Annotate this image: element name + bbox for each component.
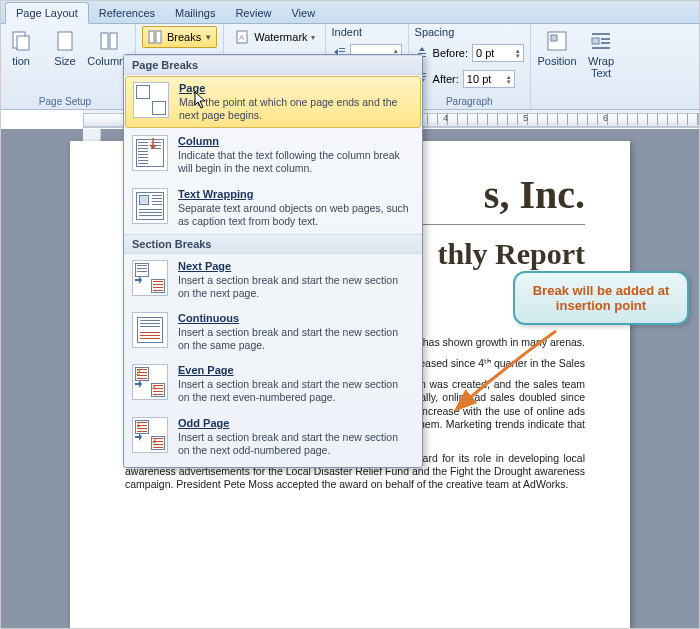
svg-rect-6 xyxy=(156,31,161,43)
watermark-label: Watermark xyxy=(254,31,307,43)
svg-rect-2 xyxy=(58,32,72,50)
spacing-before-input[interactable]: 0 pt▴▾ xyxy=(472,44,524,62)
group-spacing: Spacing Before: 0 pt▴▾ After: 10 pt▴▾ Pa… xyxy=(409,24,531,109)
svg-text:A: A xyxy=(239,33,245,42)
svg-rect-5 xyxy=(149,31,154,43)
menu-item-desc: Insert a section break and start the new… xyxy=(178,274,412,300)
svg-rect-10 xyxy=(339,51,345,52)
position-button[interactable]: Position xyxy=(537,26,577,70)
svg-rect-22 xyxy=(592,38,599,44)
spacing-after-label: After: xyxy=(433,73,459,85)
menu-item-desc: Insert a section break and start the new… xyxy=(178,378,412,404)
wrap-text-icon xyxy=(589,29,613,53)
menu-item-text-wrapping[interactable]: Text Wrapping Separate text around objec… xyxy=(124,182,422,234)
tab-references[interactable]: References xyxy=(89,3,165,23)
orientation-icon xyxy=(9,29,33,53)
paragraph-label: Paragraph xyxy=(415,96,524,109)
breaks-label: Breaks xyxy=(167,31,201,43)
menu-item-title: Page xyxy=(179,82,411,94)
column-break-icon xyxy=(132,135,168,171)
menu-item-desc: Insert a section break and start the new… xyxy=(178,326,412,352)
indent-heading: Indent xyxy=(332,26,363,38)
svg-rect-4 xyxy=(110,33,117,49)
text-wrap-break-icon xyxy=(132,188,168,224)
menu-item-next-page[interactable]: Next Page Insert a section break and sta… xyxy=(124,254,422,306)
annotation-callout: Break will be added at insertion point xyxy=(513,271,689,325)
tab-mailings[interactable]: Mailings xyxy=(165,3,225,23)
wrap-text-button[interactable]: Wrap Text xyxy=(581,26,621,82)
even-page-break-icon: 2 4 xyxy=(132,364,168,400)
watermark-icon: A xyxy=(234,29,250,45)
wrap-text-label: Wrap Text xyxy=(583,55,619,79)
tab-review[interactable]: Review xyxy=(225,3,281,23)
size-icon xyxy=(53,29,77,53)
ruler-num: 5 xyxy=(523,113,528,123)
page-break-icon xyxy=(133,82,169,118)
menu-item-column[interactable]: Column Indicate that the text following … xyxy=(124,129,422,181)
columns-icon xyxy=(97,29,121,53)
page-setup-label: Page Setup xyxy=(1,96,129,109)
watermark-button[interactable]: A Watermark ▾ xyxy=(230,26,318,48)
tab-view[interactable]: View xyxy=(281,3,325,23)
orientation-button[interactable]: tion xyxy=(1,26,41,70)
svg-rect-24 xyxy=(601,42,610,44)
menu-item-title: Text Wrapping xyxy=(178,188,412,200)
spacing-before-label: Before: xyxy=(433,47,468,59)
menu-item-continuous[interactable]: Continuous Insert a section break and st… xyxy=(124,306,422,358)
orientation-label: tion xyxy=(12,55,30,67)
ruler-num: 6 xyxy=(603,113,608,123)
page-breaks-header: Page Breaks xyxy=(124,55,422,75)
menu-item-title: Even Page xyxy=(178,364,412,376)
spacing-after-input[interactable]: 10 pt▴▾ xyxy=(463,70,515,88)
section-breaks-header: Section Breaks xyxy=(124,234,422,254)
breaks-icon xyxy=(147,29,163,45)
svg-rect-23 xyxy=(601,38,610,40)
menu-item-title: Odd Page xyxy=(178,417,412,429)
breaks-dropdown-menu: Page Breaks Page Mark the point at which… xyxy=(123,54,423,468)
size-label: Size xyxy=(54,55,75,67)
annotation-arrow xyxy=(446,326,566,421)
breaks-button[interactable]: Breaks ▼ xyxy=(142,26,217,48)
position-icon xyxy=(545,29,569,53)
menu-item-desc: Separate text around objects on web page… xyxy=(178,202,412,228)
group-page-setup: tion Size Columns Page Setup xyxy=(1,24,136,109)
tab-page-layout[interactable]: Page Layout xyxy=(5,2,89,24)
svg-rect-3 xyxy=(101,33,108,49)
chevron-down-icon: ▾ xyxy=(311,33,315,42)
svg-rect-25 xyxy=(592,47,610,49)
svg-rect-21 xyxy=(592,33,610,35)
menu-item-desc: Mark the point at which one page ends an… xyxy=(179,96,411,122)
menu-item-desc: Indicate that the text following the col… xyxy=(178,149,412,175)
menu-item-title: Next Page xyxy=(178,260,412,272)
next-page-break-icon xyxy=(132,260,168,296)
menu-item-odd-page[interactable]: 1 3 Odd Page Insert a section break and … xyxy=(124,411,422,463)
group-arrange: Position Wrap Text xyxy=(531,24,627,109)
svg-rect-9 xyxy=(339,48,345,49)
size-button[interactable]: Size xyxy=(45,26,85,70)
svg-rect-1 xyxy=(17,36,29,50)
menu-item-even-page[interactable]: 2 4 Even Page Insert a section break and… xyxy=(124,358,422,410)
odd-page-break-icon: 1 3 xyxy=(132,417,168,453)
menu-item-title: Continuous xyxy=(178,312,412,324)
svg-rect-20 xyxy=(551,35,557,41)
continuous-break-icon xyxy=(132,312,168,348)
ruler-num: 4 xyxy=(443,113,448,123)
menu-item-page[interactable]: Page Mark the point at which one page en… xyxy=(125,76,421,128)
spacing-heading: Spacing xyxy=(415,26,455,38)
ribbon-tab-strip: Page Layout References Mailings Review V… xyxy=(1,1,699,24)
menu-item-desc: Insert a section break and start the new… xyxy=(178,431,412,457)
position-label: Position xyxy=(537,55,576,67)
cursor-icon xyxy=(194,91,208,109)
chevron-down-icon: ▼ xyxy=(204,33,212,42)
menu-item-title: Column xyxy=(178,135,412,147)
